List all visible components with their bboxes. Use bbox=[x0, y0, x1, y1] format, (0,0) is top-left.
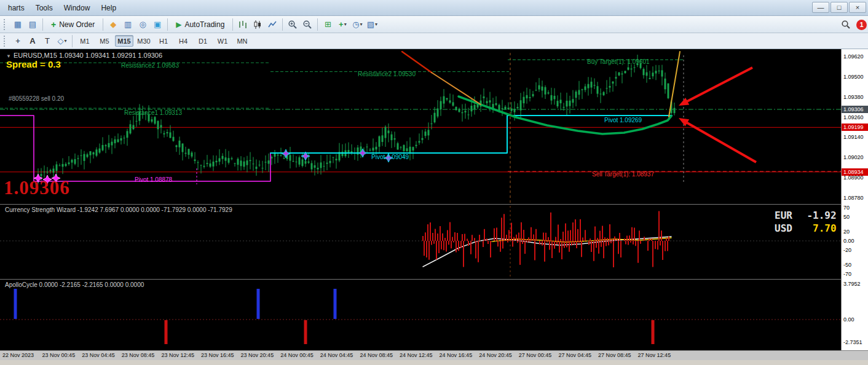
price-axis-label: 1.09620 bbox=[843, 53, 864, 60]
data-window-icon[interactable]: ▥ bbox=[121, 18, 135, 31]
pivot-low-label: Pivot 1.08878 bbox=[135, 176, 172, 183]
pivot-high-label: Pivot 1.09269 bbox=[604, 117, 642, 124]
clock-icon: ◷ bbox=[352, 20, 359, 29]
time-axis-label: 24 Nov 12:45 bbox=[400, 352, 433, 358]
new-chart-icon[interactable]: ▦ bbox=[11, 18, 25, 31]
timeframe-m15[interactable]: M15 bbox=[115, 35, 133, 47]
menu-item-charts[interactable]: harts bbox=[2, 2, 30, 14]
templates-icon[interactable]: ▧ ▾ bbox=[365, 18, 379, 31]
open-order-label: #80559228 sell 0.20 bbox=[9, 95, 64, 102]
panel-separator[interactable] bbox=[0, 279, 868, 280]
standard-toolbar: ▦ ▤ + New Order ◆ ▥ ◎ ▣ ▶ AutoTrading bbox=[0, 16, 868, 33]
timeframe-m1[interactable]: M1 bbox=[76, 35, 94, 47]
chevron-down-icon: ▾ bbox=[375, 22, 377, 27]
candlestick-chart-icon[interactable] bbox=[251, 18, 264, 31]
menu-item-tools[interactable]: Tools bbox=[30, 2, 58, 14]
menu-item-window[interactable]: Window bbox=[58, 2, 96, 14]
minimize-button[interactable]: — bbox=[812, 2, 829, 13]
chart-profiles-icon[interactable]: ▤ bbox=[26, 18, 39, 31]
csw-indicator-header: Currency Strength Wizard -1.9242 7.6967 … bbox=[5, 206, 232, 213]
time-axis-label: 22 Nov 2023 bbox=[2, 352, 34, 358]
price-axis-label: 1.09500 bbox=[843, 74, 864, 80]
text-tool-icon[interactable]: T bbox=[41, 34, 54, 48]
price-axis-label: 1.09380 bbox=[843, 94, 864, 100]
toolbar-separator bbox=[72, 35, 73, 47]
bar-chart-icon[interactable] bbox=[236, 18, 250, 31]
chevron-down-icon: ▾ bbox=[64, 38, 66, 44]
price-axis-label: 1.09020 bbox=[843, 154, 864, 160]
indicator-axis-label: -2.7351 bbox=[843, 339, 862, 345]
menu-item-help[interactable]: Help bbox=[95, 2, 122, 14]
text-label-icon[interactable]: A bbox=[26, 34, 39, 48]
chevron-down-icon: ▾ bbox=[344, 22, 347, 27]
time-axis-label: 27 Nov 12:45 bbox=[638, 352, 671, 358]
price-tag: 1.09306 bbox=[842, 106, 868, 113]
toolbar-grip[interactable] bbox=[4, 36, 7, 47]
autotrading-button[interactable]: ▶ AutoTrading bbox=[171, 18, 229, 31]
timeframe-w1[interactable]: W1 bbox=[213, 35, 232, 47]
new-order-label: New Order bbox=[59, 20, 95, 29]
window-controls: — □ × bbox=[812, 2, 866, 13]
time-axis-label: 24 Nov 08:45 bbox=[360, 352, 393, 358]
market-watch-icon[interactable]: ◆ bbox=[106, 18, 120, 31]
spread-label: Spread = 0.3 bbox=[6, 59, 61, 69]
current-price-big: 1.09306 bbox=[4, 177, 70, 199]
toolbar-separator bbox=[232, 18, 233, 31]
collapse-icon[interactable]: ▼ bbox=[6, 53, 11, 59]
timeframe-m30[interactable]: M30 bbox=[135, 35, 153, 47]
time-axis-label: 27 Nov 08:45 bbox=[598, 352, 631, 358]
timeframe-m5[interactable]: M5 bbox=[95, 35, 114, 47]
line-chart-icon[interactable] bbox=[266, 18, 279, 31]
panel-separator[interactable] bbox=[0, 204, 868, 205]
restore-button[interactable]: □ bbox=[831, 2, 848, 13]
navigator-icon[interactable]: ◎ bbox=[136, 18, 149, 31]
time-axis[interactable]: 22 Nov 202323 Nov 00:4523 Nov 04:4523 No… bbox=[0, 350, 868, 360]
close-button[interactable]: × bbox=[849, 2, 866, 13]
timeframe-d1[interactable]: D1 bbox=[194, 35, 212, 47]
time-axis-label: 24 Nov 20:45 bbox=[479, 352, 512, 358]
zoom-in-icon[interactable] bbox=[286, 18, 299, 31]
usd-label: USD bbox=[775, 222, 792, 234]
autotrading-label: AutoTrading bbox=[184, 20, 224, 29]
search-icon[interactable] bbox=[839, 18, 853, 31]
zoom-out-icon[interactable] bbox=[301, 18, 314, 31]
time-axis-label: 23 Nov 08:45 bbox=[122, 352, 155, 358]
toolbar-separator bbox=[167, 18, 168, 31]
buy-target-label: Buy Target(1): 1.09601 bbox=[587, 58, 650, 65]
shape-icon: ◇ bbox=[57, 36, 63, 45]
horizontal-scrollbar[interactable] bbox=[0, 360, 868, 365]
price-tag: 1.09199 bbox=[842, 124, 868, 131]
price-axis-label: 1.09260 bbox=[843, 114, 864, 120]
periods-icon[interactable]: ◷ ▾ bbox=[350, 18, 364, 31]
shapes-icon[interactable]: ◇ ▾ bbox=[55, 34, 69, 48]
indicators-icon[interactable]: + ▾ bbox=[336, 18, 349, 31]
notification-badge[interactable]: 1 bbox=[856, 20, 867, 30]
crosshair-icon[interactable]: + bbox=[11, 34, 25, 48]
usd-value: 7.70 bbox=[799, 222, 837, 234]
apollo-indicator-header: ApolloCycle 0.0000 -2.2165 -2.2165 0.000… bbox=[5, 281, 144, 288]
timeframe-mn[interactable]: MN bbox=[233, 35, 251, 47]
toolbar-grip[interactable] bbox=[4, 19, 7, 30]
time-axis-label: 23 Nov 16:45 bbox=[201, 352, 234, 358]
chart-canvas[interactable] bbox=[0, 49, 841, 350]
indicator-axis-label: 70 bbox=[843, 205, 850, 211]
terminal-icon[interactable]: ▣ bbox=[151, 18, 164, 31]
chart-symbol-ohlc: ▼EURUSD,M15 1.09340 1.09341 1.09291 1.09… bbox=[6, 52, 162, 59]
usd-strength-row: USD 7.70 bbox=[775, 222, 837, 234]
indicator-axis-label: -50 bbox=[843, 262, 851, 268]
price-axis[interactable]: 1.096201.095001.093801.092601.091401.090… bbox=[841, 49, 868, 350]
time-axis-label: 24 Nov 16:45 bbox=[440, 352, 473, 358]
new-order-button[interactable]: + New Order bbox=[46, 18, 100, 31]
timeframe-h1[interactable]: H1 bbox=[154, 35, 173, 47]
indicator-axis-label: 50 bbox=[843, 214, 850, 220]
pivot-mid-label: Pivot 1.09049 bbox=[371, 154, 409, 160]
eur-value: -1.92 bbox=[799, 210, 837, 221]
eur-label: EUR bbox=[775, 210, 792, 221]
toolbar-separator bbox=[317, 18, 318, 31]
tile-windows-icon[interactable]: ⊞ bbox=[321, 18, 334, 31]
toolbar-separator bbox=[282, 18, 283, 31]
chevron-down-icon: ▾ bbox=[360, 22, 363, 27]
timeframe-h4[interactable]: H4 bbox=[174, 35, 192, 47]
mt4-window: harts Tools Window Help — □ × ▦ ▤ + New … bbox=[0, 0, 868, 365]
plus-icon: + bbox=[51, 20, 56, 29]
